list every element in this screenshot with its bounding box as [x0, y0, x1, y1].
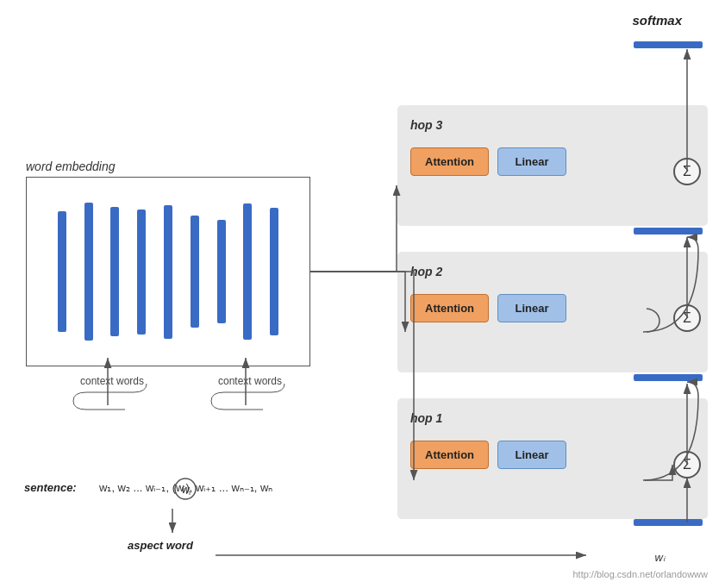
diagram-container: softmax word embedding context words con… — [0, 0, 725, 588]
hop-1-blocks: Attention Linear — [410, 441, 695, 469]
hop-3-blocks: Attention Linear — [410, 147, 695, 176]
aspect-word-label: aspect word — [128, 539, 193, 552]
hop-1-label: hop 1 — [410, 411, 695, 425]
embed-bar — [270, 208, 278, 335]
embed-bar — [164, 205, 172, 339]
embed-bar — [137, 210, 146, 335]
hbar-mid2 — [634, 228, 703, 235]
hop-3-box: hop 3 Attention Linear — [397, 105, 708, 226]
hop-1-linear: Linear — [497, 441, 566, 469]
embed-bar — [58, 211, 66, 332]
hop-1-attention: Attention — [410, 441, 489, 469]
hbar-bottom — [634, 519, 703, 526]
sentence-label: sentence: — [24, 481, 77, 494]
watermark: http://blog.csdn.net/orlandowww — [572, 569, 708, 579]
wi-label: wᵢ — [655, 551, 665, 564]
context-label-left: context words — [65, 375, 159, 387]
context-label-right: context words — [203, 375, 297, 387]
hop-3-attention: Attention — [410, 147, 489, 176]
sum-circle-3: Σ — [673, 158, 701, 185]
embed-bar — [84, 203, 93, 341]
output-bar-top — [634, 41, 703, 48]
embed-bar — [217, 220, 226, 323]
sentence-text: w₁, w₂ ... wᵢ₋₁, (wᵢ), wᵢ₊₁ ... wₙ₋₁, wₙ — [99, 481, 272, 494]
sum-circle-2: Σ — [673, 304, 701, 332]
embed-bar — [243, 203, 252, 340]
hbar-mid1 — [634, 374, 703, 381]
hop-3-linear: Linear — [497, 147, 566, 176]
hop-2-linear: Linear — [497, 294, 566, 322]
softmax-label: softmax — [632, 13, 682, 28]
hop-1-box: hop 1 Attention Linear — [397, 398, 708, 519]
word-embedding-label: word embedding — [26, 160, 116, 173]
hop-2-attention: Attention — [410, 294, 489, 322]
hop-3-label: hop 3 — [410, 118, 695, 132]
hop-2-blocks: Attention Linear — [410, 294, 695, 322]
hop-2-box: hop 2 Attention Linear — [397, 252, 708, 372]
sum-circle-1: Σ — [673, 451, 701, 479]
hop-2-label: hop 2 — [410, 265, 695, 278]
embedding-box — [26, 177, 310, 366]
embed-bar — [110, 207, 119, 336]
embed-bar — [191, 216, 199, 328]
